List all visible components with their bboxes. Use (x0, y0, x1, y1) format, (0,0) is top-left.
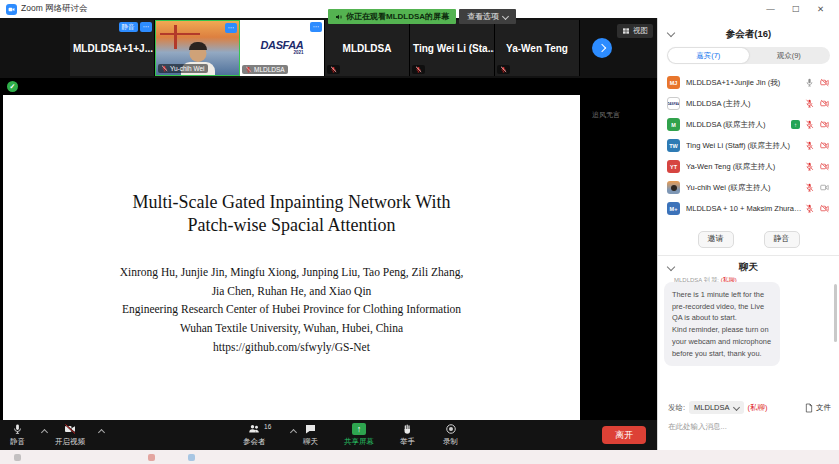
chat-icon (304, 423, 317, 435)
chat-button[interactable]: 聊天 (303, 423, 318, 447)
mic-icon (12, 423, 23, 435)
recipient-name: MLDLDSA (694, 403, 729, 412)
raise-hand-label: 举手 (400, 437, 415, 447)
mic-muted-icon (805, 141, 814, 150)
tile-menu-icon[interactable]: ⋯ (225, 23, 238, 33)
share-screen-button[interactable]: ↑ 共享屏幕 (344, 423, 374, 447)
slide-authors-block: Xinrong Hu, Junjie Jin, Mingfu Xiong, Ju… (3, 263, 580, 356)
tab-panelists[interactable]: 嘉宾(7) (668, 48, 749, 63)
bridge-graphic (174, 25, 177, 49)
video-strip: 静音 ⋯ MLDLDSA+1+J... ⋯ Yu-chih Wei (0, 18, 657, 78)
share-screen-label: 共享屏幕 (344, 437, 374, 447)
start-video-button[interactable]: 开启视频 (55, 423, 85, 447)
shared-screen-area: ✓ Multi-Scale Gated Inpainting Network W… (0, 78, 657, 420)
video-tile-ya-wen-teng[interactable]: Ya-Wen Teng (495, 20, 580, 76)
speaker-icon (335, 13, 343, 21)
raise-hand-button[interactable]: 举手 (400, 423, 415, 447)
avatar: M (667, 118, 680, 131)
participants-options-chevron[interactable] (290, 429, 297, 436)
participant-row[interactable]: YT Ya-Wen Teng (联席主持人) (658, 156, 839, 177)
video-tile-mldldsa-junjie[interactable]: 静音 ⋯ MLDLDSA+1+J... (70, 20, 155, 76)
raise-hand-icon (402, 423, 413, 435)
view-options-label: 查看选项 (467, 11, 499, 22)
video-tiles: 静音 ⋯ MLDLDSA+1+J... ⋯ Yu-chih Wei (70, 20, 580, 76)
chevron-down-icon (732, 404, 739, 411)
camera-off-icon (819, 204, 830, 213)
participant-row[interactable]: M+ MLDLDSA + 10 + Maksim Zhuravs... (658, 198, 839, 219)
encryption-shield-icon[interactable]: ✓ (7, 81, 18, 92)
participant-row[interactable]: M MLDLDSA (联席主持人) ↑ (658, 114, 839, 135)
mic-muted-icon (805, 204, 814, 213)
mute-button[interactable]: 静音 (10, 423, 25, 447)
avatar: MJ (667, 76, 680, 89)
slide-affiliation-line1: Engineering Research Center of Hubei Pro… (3, 300, 580, 319)
start-video-label: 开启视频 (55, 437, 85, 447)
mic-muted-icon (161, 65, 168, 72)
video-tile-yu-chih-wei[interactable]: ⋯ Yu-chih Wei (155, 20, 240, 76)
private-chat-tag: (私聊) (748, 403, 768, 413)
taskbar-icon (14, 454, 21, 461)
chat-message-bubble: There is 1 minute left for the pre-recor… (664, 282, 780, 366)
chat-panel-title: 聊天 (658, 261, 839, 274)
camera-off-icon (819, 162, 830, 171)
send-file-button[interactable]: 文件 (805, 403, 831, 413)
participant-name: MLDLDSA + 10 + Maksim Zhuravs... (686, 204, 802, 213)
camera-off-icon (819, 141, 830, 150)
chat-input[interactable]: 在此处输入消息... (668, 422, 727, 432)
meeting-toolbar: 静音 开启视频 16 参会者 聊天 ↑ 共享屏幕 举手 (0, 420, 657, 450)
invite-button[interactable]: 邀请 (698, 231, 734, 248)
slide-url: https://github.com/sfwyly/GS-Net (3, 338, 580, 357)
tile-menu-icon[interactable]: ⋯ (310, 22, 323, 32)
record-button[interactable]: 录制 (443, 423, 458, 447)
file-label: 文件 (816, 403, 831, 413)
recipient-dropdown[interactable]: MLDLDSA (689, 401, 743, 414)
chat-label: 聊天 (303, 437, 318, 447)
side-panel: 参会者(16) 嘉宾(7) 观众(9) MJ MLDLDSA+1+Junjie … (657, 18, 839, 450)
tab-attendees[interactable]: 观众(9) (749, 48, 830, 63)
next-participants-button[interactable] (592, 38, 612, 58)
camera-off-icon (819, 120, 830, 129)
record-label: 录制 (443, 437, 458, 447)
view-button-label: 视图 (633, 26, 648, 36)
chat-scrollbar[interactable] (834, 284, 837, 342)
view-layout-button[interactable]: 视图 (617, 24, 653, 38)
participant-row[interactable]: DASFAA MLDLDSA (主持人) (658, 93, 839, 114)
mute-me-button[interactable]: 静音 (764, 231, 800, 248)
send-to-label: 发给: (668, 403, 685, 413)
mic-muted-icon (245, 66, 252, 73)
dasfaa-logo-year: 2021 (261, 51, 304, 56)
app-identity: Zoom 网络研讨会 (6, 3, 88, 15)
taskbar-icon (188, 454, 195, 461)
close-button[interactable]: ✕ (808, 0, 833, 18)
avatar-photo (667, 181, 680, 194)
mic-muted-icon (805, 162, 814, 171)
participant-name: Yu-chih Wei (联席主持人) (686, 183, 802, 193)
video-options-chevron[interactable] (98, 429, 105, 436)
participant-row[interactable]: Yu-chih Wei (联席主持人) (658, 177, 839, 198)
video-tile-mldldsa[interactable]: MLDLDSA (325, 20, 410, 76)
participants-button[interactable]: 16 参会者 (243, 423, 266, 447)
participants-tabs: 嘉宾(7) 观众(9) (667, 47, 830, 64)
camera-off-icon (63, 423, 77, 435)
mic-muted-icon (805, 120, 814, 129)
video-tile-mldldsa-dasfaa[interactable]: ⋯ DASFAA 2021 MLDLDSA (240, 20, 325, 76)
avatar: M+ (667, 202, 680, 215)
slide-title: Multi-Scale Gated Inpainting Network Wit… (3, 191, 580, 238)
desktop-taskbar-sliver (0, 450, 839, 464)
minimize-button[interactable]: — (758, 0, 783, 18)
participant-row[interactable]: MJ MLDLDSA+1+Junjie Jin (我) (658, 72, 839, 93)
tile-name: Yu-chih Wei (170, 65, 205, 72)
video-tile-ting-wei-li[interactable]: Ting Wei Li (Sta... (410, 20, 495, 76)
mic-options-chevron[interactable] (41, 429, 48, 436)
maximize-button[interactable]: ☐ (783, 0, 808, 18)
leave-button[interactable]: 离开 (602, 426, 646, 444)
tile-menu-icon[interactable]: ⋯ (140, 22, 153, 32)
viewer-watermark: 追风无言 (592, 110, 620, 120)
window-controls: — ☐ ✕ (758, 0, 833, 18)
participants-panel-title: 参会者(16) (658, 28, 839, 41)
taskbar-icon (148, 454, 155, 461)
watching-text: 你正在观看MLDLDSA的屏幕 (346, 11, 449, 22)
tile-mute-badge[interactable]: 静音 (119, 22, 138, 32)
view-options-button[interactable]: 查看选项 (459, 9, 516, 24)
participant-row[interactable]: TW Ting Wei Li (Staff) (联席主持人) (658, 135, 839, 156)
